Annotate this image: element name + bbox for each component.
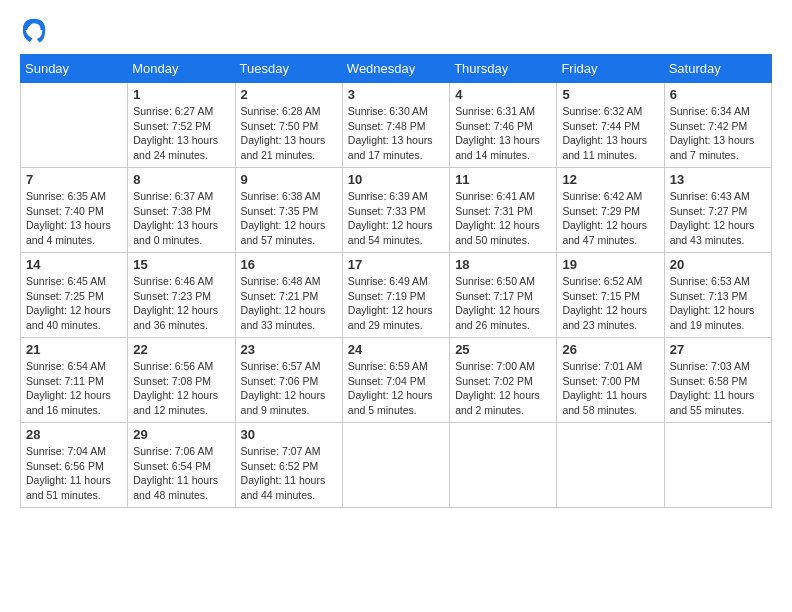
calendar-day-cell: 15Sunrise: 6:46 AMSunset: 7:23 PMDayligh… <box>128 253 235 338</box>
calendar-day-cell: 13Sunrise: 6:43 AMSunset: 7:27 PMDayligh… <box>664 168 771 253</box>
day-number: 26 <box>562 342 658 357</box>
day-info: Sunrise: 6:28 AMSunset: 7:50 PMDaylight:… <box>241 104 337 163</box>
day-info: Sunrise: 6:42 AMSunset: 7:29 PMDaylight:… <box>562 189 658 248</box>
day-number: 12 <box>562 172 658 187</box>
day-number: 4 <box>455 87 551 102</box>
day-info: Sunrise: 6:35 AMSunset: 7:40 PMDaylight:… <box>26 189 122 248</box>
calendar-day-cell: 6Sunrise: 6:34 AMSunset: 7:42 PMDaylight… <box>664 83 771 168</box>
day-info: Sunrise: 6:59 AMSunset: 7:04 PMDaylight:… <box>348 359 444 418</box>
calendar-day-cell: 29Sunrise: 7:06 AMSunset: 6:54 PMDayligh… <box>128 423 235 508</box>
day-info: Sunrise: 6:56 AMSunset: 7:08 PMDaylight:… <box>133 359 229 418</box>
calendar-day-cell <box>450 423 557 508</box>
calendar-day-cell: 11Sunrise: 6:41 AMSunset: 7:31 PMDayligh… <box>450 168 557 253</box>
day-number: 2 <box>241 87 337 102</box>
day-number: 1 <box>133 87 229 102</box>
day-info: Sunrise: 6:53 AMSunset: 7:13 PMDaylight:… <box>670 274 766 333</box>
calendar-day-cell: 24Sunrise: 6:59 AMSunset: 7:04 PMDayligh… <box>342 338 449 423</box>
calendar-week-row: 21Sunrise: 6:54 AMSunset: 7:11 PMDayligh… <box>21 338 772 423</box>
day-number: 14 <box>26 257 122 272</box>
calendar-day-cell: 16Sunrise: 6:48 AMSunset: 7:21 PMDayligh… <box>235 253 342 338</box>
day-info: Sunrise: 7:04 AMSunset: 6:56 PMDaylight:… <box>26 444 122 503</box>
day-info: Sunrise: 6:41 AMSunset: 7:31 PMDaylight:… <box>455 189 551 248</box>
day-info: Sunrise: 6:43 AMSunset: 7:27 PMDaylight:… <box>670 189 766 248</box>
day-of-week-header: Monday <box>128 55 235 83</box>
day-info: Sunrise: 7:03 AMSunset: 6:58 PMDaylight:… <box>670 359 766 418</box>
day-number: 16 <box>241 257 337 272</box>
logo <box>20 16 52 44</box>
day-number: 13 <box>670 172 766 187</box>
day-number: 11 <box>455 172 551 187</box>
calendar-header-row: SundayMondayTuesdayWednesdayThursdayFrid… <box>21 55 772 83</box>
calendar-week-row: 28Sunrise: 7:04 AMSunset: 6:56 PMDayligh… <box>21 423 772 508</box>
day-number: 9 <box>241 172 337 187</box>
day-number: 10 <box>348 172 444 187</box>
header <box>20 16 772 44</box>
day-number: 22 <box>133 342 229 357</box>
day-number: 20 <box>670 257 766 272</box>
calendar-day-cell: 5Sunrise: 6:32 AMSunset: 7:44 PMDaylight… <box>557 83 664 168</box>
calendar-day-cell: 1Sunrise: 6:27 AMSunset: 7:52 PMDaylight… <box>128 83 235 168</box>
calendar-day-cell <box>342 423 449 508</box>
day-number: 3 <box>348 87 444 102</box>
day-number: 28 <box>26 427 122 442</box>
day-number: 21 <box>26 342 122 357</box>
day-info: Sunrise: 6:27 AMSunset: 7:52 PMDaylight:… <box>133 104 229 163</box>
calendar-day-cell: 4Sunrise: 6:31 AMSunset: 7:46 PMDaylight… <box>450 83 557 168</box>
day-number: 18 <box>455 257 551 272</box>
calendar-day-cell: 9Sunrise: 6:38 AMSunset: 7:35 PMDaylight… <box>235 168 342 253</box>
day-number: 30 <box>241 427 337 442</box>
day-info: Sunrise: 7:01 AMSunset: 7:00 PMDaylight:… <box>562 359 658 418</box>
day-number: 19 <box>562 257 658 272</box>
calendar-day-cell: 25Sunrise: 7:00 AMSunset: 7:02 PMDayligh… <box>450 338 557 423</box>
calendar-day-cell: 8Sunrise: 6:37 AMSunset: 7:38 PMDaylight… <box>128 168 235 253</box>
day-number: 25 <box>455 342 551 357</box>
calendar-day-cell: 20Sunrise: 6:53 AMSunset: 7:13 PMDayligh… <box>664 253 771 338</box>
calendar-day-cell: 23Sunrise: 6:57 AMSunset: 7:06 PMDayligh… <box>235 338 342 423</box>
day-info: Sunrise: 6:38 AMSunset: 7:35 PMDaylight:… <box>241 189 337 248</box>
calendar-week-row: 1Sunrise: 6:27 AMSunset: 7:52 PMDaylight… <box>21 83 772 168</box>
calendar-day-cell <box>664 423 771 508</box>
calendar-week-row: 7Sunrise: 6:35 AMSunset: 7:40 PMDaylight… <box>21 168 772 253</box>
calendar-day-cell: 3Sunrise: 6:30 AMSunset: 7:48 PMDaylight… <box>342 83 449 168</box>
day-number: 23 <box>241 342 337 357</box>
calendar-day-cell: 17Sunrise: 6:49 AMSunset: 7:19 PMDayligh… <box>342 253 449 338</box>
calendar-week-row: 14Sunrise: 6:45 AMSunset: 7:25 PMDayligh… <box>21 253 772 338</box>
calendar-day-cell: 12Sunrise: 6:42 AMSunset: 7:29 PMDayligh… <box>557 168 664 253</box>
calendar-day-cell <box>21 83 128 168</box>
day-info: Sunrise: 6:39 AMSunset: 7:33 PMDaylight:… <box>348 189 444 248</box>
day-info: Sunrise: 6:52 AMSunset: 7:15 PMDaylight:… <box>562 274 658 333</box>
day-number: 8 <box>133 172 229 187</box>
day-info: Sunrise: 6:48 AMSunset: 7:21 PMDaylight:… <box>241 274 337 333</box>
day-number: 17 <box>348 257 444 272</box>
day-number: 6 <box>670 87 766 102</box>
day-info: Sunrise: 6:50 AMSunset: 7:17 PMDaylight:… <box>455 274 551 333</box>
calendar-day-cell: 2Sunrise: 6:28 AMSunset: 7:50 PMDaylight… <box>235 83 342 168</box>
day-info: Sunrise: 6:32 AMSunset: 7:44 PMDaylight:… <box>562 104 658 163</box>
calendar-day-cell <box>557 423 664 508</box>
calendar: SundayMondayTuesdayWednesdayThursdayFrid… <box>20 54 772 508</box>
day-number: 15 <box>133 257 229 272</box>
day-info: Sunrise: 6:45 AMSunset: 7:25 PMDaylight:… <box>26 274 122 333</box>
calendar-day-cell: 21Sunrise: 6:54 AMSunset: 7:11 PMDayligh… <box>21 338 128 423</box>
day-info: Sunrise: 6:34 AMSunset: 7:42 PMDaylight:… <box>670 104 766 163</box>
day-info: Sunrise: 7:00 AMSunset: 7:02 PMDaylight:… <box>455 359 551 418</box>
day-of-week-header: Saturday <box>664 55 771 83</box>
logo-icon <box>20 16 48 44</box>
calendar-day-cell: 14Sunrise: 6:45 AMSunset: 7:25 PMDayligh… <box>21 253 128 338</box>
calendar-day-cell: 19Sunrise: 6:52 AMSunset: 7:15 PMDayligh… <box>557 253 664 338</box>
calendar-day-cell: 27Sunrise: 7:03 AMSunset: 6:58 PMDayligh… <box>664 338 771 423</box>
day-of-week-header: Friday <box>557 55 664 83</box>
day-number: 5 <box>562 87 658 102</box>
day-info: Sunrise: 6:31 AMSunset: 7:46 PMDaylight:… <box>455 104 551 163</box>
calendar-day-cell: 10Sunrise: 6:39 AMSunset: 7:33 PMDayligh… <box>342 168 449 253</box>
day-number: 7 <box>26 172 122 187</box>
calendar-day-cell: 22Sunrise: 6:56 AMSunset: 7:08 PMDayligh… <box>128 338 235 423</box>
day-of-week-header: Sunday <box>21 55 128 83</box>
calendar-day-cell: 26Sunrise: 7:01 AMSunset: 7:00 PMDayligh… <box>557 338 664 423</box>
day-of-week-header: Wednesday <box>342 55 449 83</box>
day-info: Sunrise: 6:46 AMSunset: 7:23 PMDaylight:… <box>133 274 229 333</box>
day-number: 27 <box>670 342 766 357</box>
day-info: Sunrise: 6:37 AMSunset: 7:38 PMDaylight:… <box>133 189 229 248</box>
day-number: 29 <box>133 427 229 442</box>
day-info: Sunrise: 7:07 AMSunset: 6:52 PMDaylight:… <box>241 444 337 503</box>
